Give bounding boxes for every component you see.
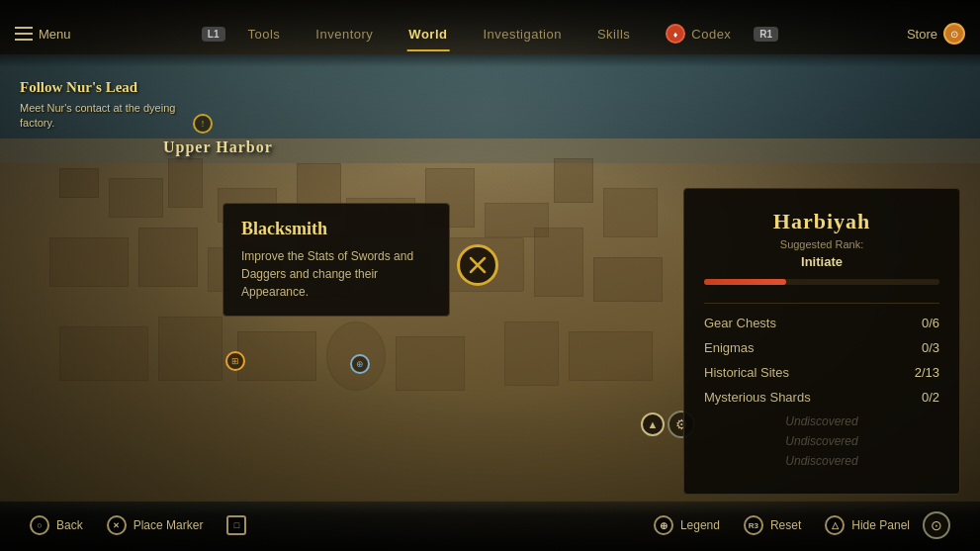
tab-inventory[interactable]: Inventory	[300, 19, 389, 49]
mysterious-shards-label: Mysterious Shards	[704, 390, 811, 405]
gear-chests-label: Gear Chests	[704, 316, 776, 330]
blacksmith-title: Blacksmith	[241, 219, 431, 239]
tab-investigation[interactable]: Investigation	[467, 19, 578, 49]
tab-skills-label: Skills	[597, 27, 630, 42]
bottom-actions-right: ⊕ Legend R3 Reset △ Hide Panel ⊙	[654, 511, 950, 539]
nav-left: Menu	[15, 27, 71, 42]
square-action[interactable]: □	[226, 515, 246, 535]
undiscovered-1: Undiscovered	[704, 414, 939, 428]
l1-button[interactable]: L1	[202, 27, 225, 42]
store-coin-icon: ⊙	[943, 23, 965, 45]
location-name: Upper Harbor	[163, 138, 273, 155]
blacksmith-marker-icon	[457, 244, 498, 286]
location-label: Upper Harbor	[163, 138, 273, 156]
undiscovered-3: Undiscovered	[704, 454, 939, 468]
rank-progress-bar-fill	[704, 279, 786, 285]
legend-action[interactable]: ⊕ Legend	[654, 515, 720, 535]
back-button-icon: ○	[30, 515, 49, 535]
nav-right: Store ⊙	[907, 23, 965, 45]
tab-tools[interactable]: Tools	[232, 19, 297, 49]
tab-investigation-label: Investigation	[483, 27, 562, 42]
back-action[interactable]: ○ Back	[30, 515, 83, 535]
historical-sites-value: 2/13	[915, 365, 939, 380]
blacksmith-map-marker[interactable]	[457, 244, 498, 286]
nav-tabs: L1 Tools Inventory World Investigation S…	[199, 16, 781, 51]
harbiyah-divider	[704, 303, 939, 304]
store-button[interactable]: Store ⊙	[907, 23, 965, 45]
map-icon-chest[interactable]: ⊞	[225, 351, 245, 371]
bottom-actions-left: ○ Back ✕ Place Marker □	[30, 515, 246, 535]
blacksmith-tooltip: Blacksmith Improve the Stats of Swords a…	[223, 203, 450, 317]
tab-tools-label: Tools	[248, 27, 281, 42]
store-label: Store	[907, 27, 937, 42]
svg-rect-1	[15, 33, 33, 35]
harbiyah-suggested-rank-label: Suggested Rank:	[704, 238, 939, 250]
place-marker-button-icon: ✕	[107, 515, 127, 535]
quest-description: Meet Nur's contact at the dyeing factory…	[20, 101, 198, 132]
enigmas-label: Enigmas	[704, 340, 755, 355]
reset-label: Reset	[770, 518, 801, 532]
codex-emblem-icon: ♦	[666, 24, 685, 44]
tab-world-label: World	[408, 27, 447, 42]
stat-row-enigmas: Enigmas 0/3	[704, 340, 939, 355]
legend-button-icon: ⊕	[654, 515, 673, 535]
tab-codex-label: Codex	[691, 27, 731, 42]
bottom-bar: ○ Back ✕ Place Marker □ ⊕ Legend R3 Rese…	[0, 500, 980, 551]
quest-title: Follow Nur's Lead	[20, 79, 198, 96]
person-icon: ⊕	[350, 354, 370, 374]
undiscovered-2: Undiscovered	[704, 434, 939, 448]
reset-action[interactable]: R3 Reset	[744, 515, 801, 535]
player-marker-icon: ▲	[641, 413, 665, 436]
menu-label: Menu	[39, 27, 71, 42]
place-marker-label: Place Marker	[134, 518, 204, 532]
mysterious-shards-value: 0/2	[922, 390, 939, 405]
svg-rect-0	[15, 27, 33, 29]
historical-sites-label: Historical Sites	[704, 365, 789, 380]
quest-box: Follow Nur's Lead Meet Nur's contact at …	[20, 79, 198, 132]
tab-world[interactable]: World	[393, 19, 463, 49]
gear-chests-value: 0/6	[922, 316, 939, 330]
scroll-indicator: ⊙	[923, 511, 950, 539]
menu-button[interactable]: Menu	[15, 27, 71, 42]
place-marker-action[interactable]: ✕ Place Marker	[107, 515, 204, 535]
square-button-icon: □	[226, 515, 246, 535]
hide-panel-button-icon: △	[825, 515, 845, 535]
enigmas-value: 0/3	[922, 340, 939, 355]
swords-icon	[468, 255, 488, 275]
hide-panel-label: Hide Panel	[851, 518, 910, 532]
legend-label: Legend	[680, 518, 720, 532]
map-icon-person[interactable]: ⊕	[350, 354, 370, 374]
back-label: Back	[56, 518, 83, 532]
tab-skills[interactable]: Skills	[581, 19, 646, 49]
harbiyah-title: Harbiyah	[704, 209, 939, 234]
stat-row-gear-chests: Gear Chests 0/6	[704, 316, 939, 330]
reset-button-icon: R3	[744, 515, 763, 535]
tab-inventory-label: Inventory	[315, 27, 373, 42]
r1-button[interactable]: R1	[754, 27, 778, 42]
stat-row-mysterious-shards: Mysterious Shards 0/2	[704, 390, 939, 405]
rank-progress-bar-bg	[704, 279, 939, 285]
blacksmith-description: Improve the Stats of Swords and Daggers …	[241, 247, 431, 301]
top-navigation: Menu L1 Tools Inventory World Investigat…	[0, 0, 980, 67]
stat-row-historical-sites: Historical Sites 2/13	[704, 365, 939, 380]
tab-codex[interactable]: ♦ Codex	[650, 16, 747, 51]
harbiyah-rank: Initiate	[704, 254, 939, 269]
harbiyah-panel: Harbiyah Suggested Rank: Initiate Gear C…	[683, 188, 960, 495]
svg-point-5	[476, 263, 480, 267]
chest-icon: ⊞	[225, 351, 245, 371]
hamburger-icon	[15, 27, 33, 41]
svg-rect-2	[15, 39, 33, 41]
hide-panel-action[interactable]: △ Hide Panel ⊙	[825, 511, 950, 539]
undiscovered-section: Undiscovered Undiscovered Undiscovered	[704, 414, 939, 468]
